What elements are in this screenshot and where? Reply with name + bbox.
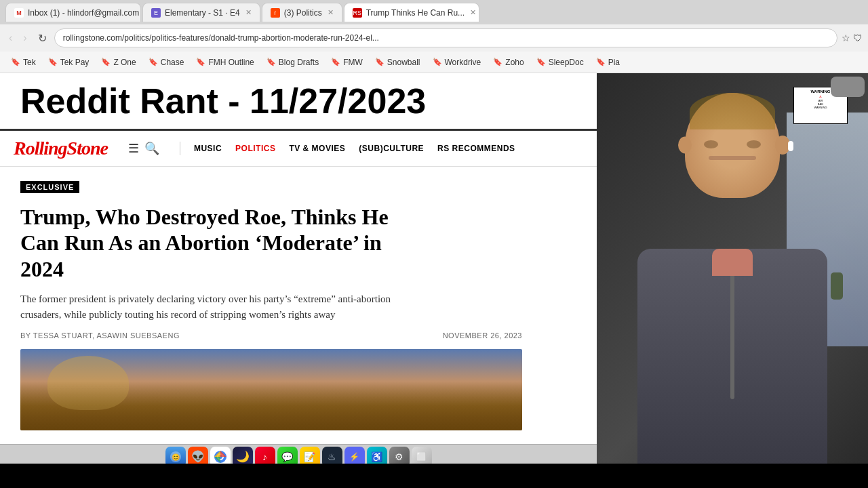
dock-reddit-icon[interactable]: 👽 (188, 447, 208, 464)
exclusive-badge: EXCLUSIVE (20, 181, 79, 193)
bookmark-snowball[interactable]: 🔖 Snowball (370, 56, 426, 68)
bookmark-fmhoutline[interactable]: 🔖 FMH Outline (191, 56, 259, 68)
article-subhead: The former president is privately declar… (20, 291, 407, 322)
rs-article: EXCLUSIVE Trump, Who Destroyed Roe, Thin… (0, 167, 597, 444)
tab-politics-close[interactable]: ✕ (328, 8, 334, 17)
gmail-favicon: M (14, 8, 24, 18)
bookmark-icon: 🔖 (331, 58, 340, 66)
tab-trump[interactable]: RS Trump Thinks He Can Ru... ✕ (344, 3, 479, 22)
bookmark-icon: 🔖 (101, 58, 111, 66)
person-ear-left (678, 137, 692, 154)
bookmark-fmw-label: FMW (343, 58, 363, 67)
dock-settings-icon[interactable]: ⚙ (389, 447, 410, 464)
bookmark-blogdrafts-label: Blog Drafts (279, 58, 319, 67)
bookmark-icon: 🔖 (11, 58, 20, 66)
svg-text:😊: 😊 (172, 453, 180, 462)
title-overlay: Reddit Rant - 11/27/2023 (0, 73, 597, 131)
article-date: NOVEMBER 26, 2023 (443, 331, 522, 340)
page-title: Reddit Rant - 11/27/2023 (20, 83, 583, 119)
main-area: Reddit Rant - 11/27/2023 RollingStone ☰ … (0, 73, 868, 464)
bookmark-workdrive[interactable]: 🔖 Workdrive (427, 56, 487, 68)
bookmark-blogdrafts[interactable]: 🔖 Blog Drafts (261, 56, 324, 68)
article-meta: BY TESSA STUART, ASAWIN SUEBSAENG NOVEMB… (20, 331, 522, 340)
bookmark-chase[interactable]: 🔖 Chase (143, 56, 190, 68)
webcam-area: WARNING ⚠ AIRBAGWARNING (597, 73, 868, 464)
browser-chrome: M Inbox (1) - hlindorf@gmail.com ✕ E Ele… (0, 0, 868, 73)
article-image-overlay (20, 382, 522, 430)
warning-title: WARNING (811, 89, 831, 94)
dock-notes-icon[interactable]: 📝 (300, 447, 320, 464)
bookmark-star-button[interactable]: ☆ (842, 33, 850, 43)
dock-accessibility-icon[interactable]: ♿ (367, 447, 387, 464)
bookmark-icon: 🔖 (596, 58, 606, 66)
nav-music[interactable]: MUSIC (194, 144, 222, 153)
dock-moonbrowser-icon[interactable]: 🌙 (233, 447, 253, 464)
car-interior: WARNING ⚠ AIRBAGWARNING (597, 73, 868, 464)
bookmark-sleepdoc-label: SleepDoc (549, 58, 584, 67)
bookmark-chase-label: Chase (161, 58, 184, 67)
rs-nav-icons: ☰ 🔍 (128, 141, 159, 156)
dock-discord-icon[interactable]: ⚡ (344, 447, 365, 464)
bookmark-tekpay-label: Tek Pay (60, 58, 90, 67)
bookmark-pia[interactable]: 🔖 Pia (591, 56, 625, 68)
address-bar: ‹ › ↻ ☆ 🛡 (0, 24, 868, 52)
dock-steam-icon[interactable]: ♨ (322, 447, 342, 464)
tab-politics-label: (3) Politics (284, 8, 322, 18)
bookmark-tek-label: Tek (23, 58, 36, 67)
reload-button[interactable]: ↻ (35, 30, 50, 46)
bookmarks-bar: 🔖 Tek 🔖 Tek Pay 🔖 Z One 🔖 Chase 🔖 FMH Ou… (0, 52, 868, 73)
dock-finder-icon[interactable]: 😊 (165, 447, 186, 464)
rolling-stone-site: RollingStone ☰ 🔍 MUSIC POLITICS TV & MOV… (0, 131, 597, 444)
bookmark-icon: 🔖 (196, 58, 205, 66)
dock-messages-icon[interactable]: 💬 (277, 447, 298, 464)
tab-elem-close[interactable]: ✕ (245, 8, 252, 17)
tab-politics[interactable]: r (3) Politics ✕ (262, 3, 342, 22)
person-jacket (637, 249, 827, 464)
rs-nav-links: MUSIC POLITICS TV & MOVIES (SUB)CULTURE … (194, 144, 515, 153)
bookmark-icon: 🔖 (267, 58, 276, 66)
warning-airbag: AIRBAGWARNING (814, 100, 827, 109)
bookmark-icon: 🔖 (48, 58, 58, 66)
bookmark-fmw[interactable]: 🔖 FMW (326, 56, 368, 68)
bookmark-tek[interactable]: 🔖 Tek (5, 56, 41, 68)
bookmark-zoho[interactable]: 🔖 Zoho (488, 56, 529, 68)
grab-handle (831, 77, 865, 97)
rs-logo: RollingStone (14, 138, 108, 159)
airpod (788, 141, 793, 151)
bookmark-icon: 🔖 (493, 58, 502, 66)
article-headline: Trump, Who Destroyed Roe, Thinks He Can … (20, 204, 393, 282)
bookmark-workdrive-label: Workdrive (445, 58, 481, 67)
nav-subculture[interactable]: (SUB)CULTURE (359, 144, 424, 153)
bookmark-zoho-label: Zoho (505, 58, 524, 67)
tab-elementary-label: Elementary - S1 · E4 (165, 8, 240, 18)
bookmark-zone[interactable]: 🔖 Z One (96, 56, 141, 68)
politics-favicon: r (271, 8, 280, 18)
rs-logo-text: RollingStone (14, 138, 108, 159)
hamburger-icon[interactable]: ☰ (128, 141, 139, 156)
address-input[interactable] (54, 28, 837, 47)
search-icon[interactable]: 🔍 (144, 141, 159, 156)
bookmark-icon: 🔖 (375, 58, 384, 66)
bookmark-tekpay[interactable]: 🔖 Tek Pay (43, 56, 95, 68)
forward-button[interactable]: › (20, 30, 30, 45)
bookmark-icon: 🔖 (149, 58, 158, 66)
nav-tv-movies[interactable]: TV & MOVIES (289, 144, 345, 153)
person-head (685, 93, 780, 198)
dock-chrome-icon[interactable] (210, 447, 231, 464)
shield-button[interactable]: 🛡 (853, 33, 863, 43)
dock-extra-icon[interactable]: ⬜ (412, 447, 432, 464)
tab-elementary[interactable]: E Elementary - S1 · E4 ✕ (142, 3, 260, 22)
dock-music-icon[interactable]: ♪ (255, 447, 275, 464)
nav-politics[interactable]: POLITICS (235, 144, 275, 153)
bookmark-icon: 🔖 (433, 58, 442, 66)
tab-gmail[interactable]: M Inbox (1) - hlindorf@gmail.com ✕ (5, 3, 141, 22)
tab-trump-close[interactable]: ✕ (470, 8, 476, 17)
rs-nav: RollingStone ☰ 🔍 MUSIC POLITICS TV & MOV… (0, 131, 597, 167)
back-button[interactable]: ‹ (5, 30, 16, 45)
nav-separator (180, 142, 180, 155)
address-actions: ☆ 🛡 (842, 33, 863, 43)
bookmark-fmhoutline-label: FMH Outline (208, 58, 254, 67)
bookmark-sleepdoc[interactable]: 🔖 SleepDoc (531, 56, 589, 68)
nav-rs-recommends[interactable]: RS RECOMMENDS (437, 144, 515, 153)
jacket-zipper (730, 270, 734, 399)
